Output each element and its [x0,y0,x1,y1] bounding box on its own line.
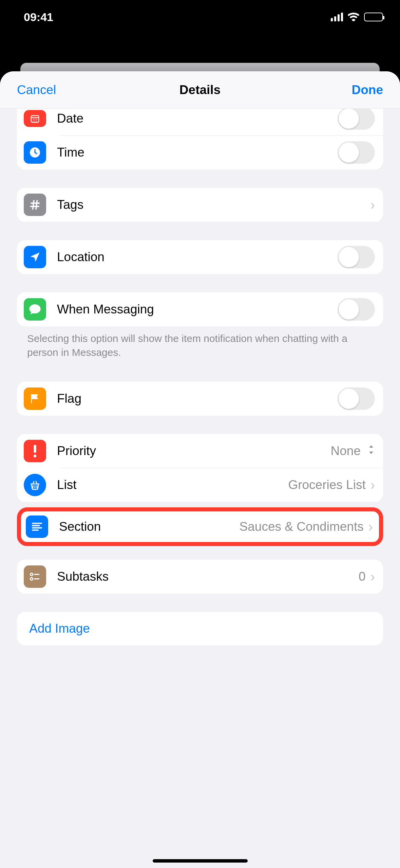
subtasks-label: Subtasks [57,569,359,584]
time-label: Time [57,145,338,160]
svg-point-1 [33,119,34,120]
page-title: Details [179,83,221,97]
chevron-right-icon: › [368,520,373,534]
clock-icon [24,141,46,164]
group-subtasks: Subtasks 0 › [17,560,383,594]
section-label: Section [59,520,240,534]
svg-point-11 [30,578,33,580]
done-button[interactable]: Done [352,83,383,97]
battery-icon [364,13,383,21]
time-toggle[interactable] [338,141,375,164]
priority-label: Priority [57,444,331,458]
location-label: Location [57,250,338,264]
group-priority-list: Priority None List Groceries List › [17,434,383,502]
date-label: Date [57,111,338,126]
svg-point-5 [35,121,36,122]
location-arrow-icon [24,246,46,268]
row-date[interactable]: Date [17,109,383,135]
content: Date Time Tags › [0,109,400,868]
chevron-right-icon: › [370,478,375,492]
basket-icon [24,474,46,496]
add-image-button[interactable]: Add Image [29,621,375,636]
updown-icon [367,444,375,458]
svg-point-9 [34,454,36,457]
row-add-image[interactable]: Add Image [17,612,383,645]
cellular-icon [331,13,343,21]
svg-point-10 [30,573,33,576]
svg-point-2 [35,119,36,120]
group-flag: Flag [17,382,383,416]
status-time: 09:41 [24,11,53,24]
list-label: List [57,478,288,492]
messaging-toggle[interactable] [338,298,375,321]
nav-bar: Cancel Details Done [0,71,400,109]
svg-point-3 [36,119,37,120]
row-messaging[interactable]: When Messaging [17,292,383,326]
group-tags: Tags › [17,188,383,222]
row-location[interactable]: Location [17,240,383,274]
group-messaging: When Messaging [17,292,383,326]
group-datetime: Date Time [17,109,383,169]
date-toggle[interactable] [338,109,375,130]
message-bubble-icon [24,298,46,321]
tags-label: Tags [57,198,370,212]
flag-icon [24,387,46,410]
status-bar: 09:41 [0,0,400,34]
row-list[interactable]: List Groceries List › [17,468,383,502]
hashtag-icon [24,194,46,216]
priority-value: None [331,444,361,458]
row-flag[interactable]: Flag [17,382,383,416]
flag-label: Flag [57,392,338,406]
row-section[interactable]: Section Sauces & Condiments › [21,511,379,542]
list-value: Groceries List [288,478,365,492]
chevron-right-icon: › [370,198,375,212]
location-toggle[interactable] [338,246,375,268]
section-value: Sauces & Condiments [240,520,364,534]
subtasks-value: 0 [359,569,366,584]
group-section-highlighted: Section Sauces & Condiments › [17,507,383,546]
sheet: Cancel Details Done Date Time [0,71,400,868]
group-location: Location [17,240,383,274]
row-subtasks[interactable]: Subtasks 0 › [17,560,383,594]
home-indicator [153,859,248,863]
messaging-footer: Selecting this option will show the item… [17,326,383,359]
svg-rect-8 [34,445,36,453]
section-list-icon [26,516,48,538]
exclamation-icon [24,440,46,462]
messaging-label: When Messaging [57,302,338,317]
svg-point-6 [36,121,37,122]
svg-point-4 [33,121,34,122]
calendar-icon [24,110,46,127]
row-tags[interactable]: Tags › [17,188,383,222]
cancel-button[interactable]: Cancel [17,83,56,97]
wifi-icon [348,13,359,21]
flag-toggle[interactable] [338,387,375,410]
row-time[interactable]: Time [17,135,383,169]
subtasks-icon [24,565,46,588]
row-priority[interactable]: Priority None [17,434,383,468]
chevron-right-icon: › [370,570,375,583]
group-add-image: Add Image [17,612,383,645]
status-icons [331,13,383,21]
